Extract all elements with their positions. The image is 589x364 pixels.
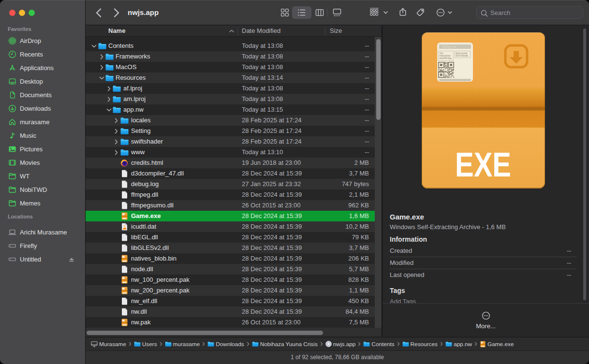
svg-text:EXE: EXE [455, 146, 511, 184]
